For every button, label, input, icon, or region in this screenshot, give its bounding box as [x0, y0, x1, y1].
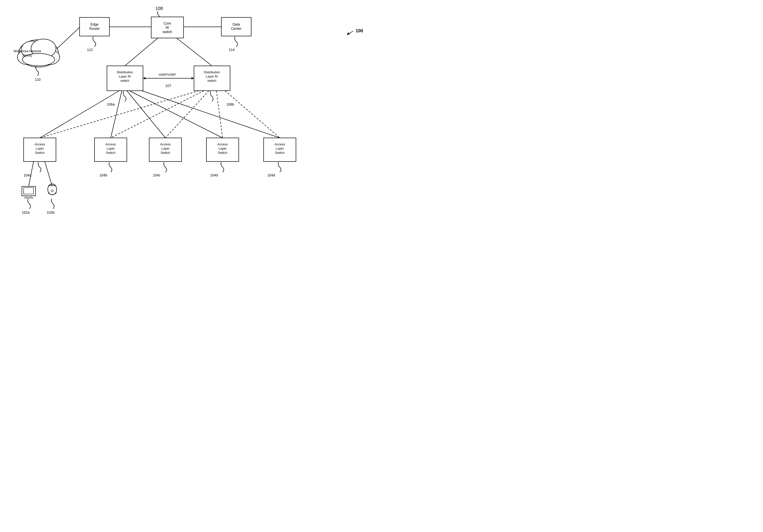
svg-rect-73 — [22, 186, 36, 196]
svg-point-7 — [40, 50, 60, 65]
svg-point-6 — [21, 41, 56, 66]
svg-line-66 — [40, 91, 199, 138]
svg-line-65 — [142, 91, 280, 138]
svg-text:104b: 104b — [99, 173, 107, 177]
svg-text:Switch: Switch — [275, 151, 284, 154]
svg-point-9 — [31, 39, 56, 58]
svg-text:Access: Access — [274, 142, 285, 146]
svg-text:switch: switch — [163, 30, 172, 34]
svg-text:Wide Area Network: Wide Area Network — [13, 49, 41, 53]
svg-text:104c: 104c — [153, 173, 161, 177]
svg-text:Layer R/: Layer R/ — [206, 74, 218, 78]
svg-text:Core: Core — [164, 21, 171, 25]
data-center-box — [221, 17, 251, 36]
svg-text:Access: Access — [160, 142, 170, 146]
svg-line-71 — [29, 161, 34, 186]
svg-text:108: 108 — [156, 6, 163, 11]
svg-point-78 — [48, 184, 57, 195]
svg-text:110: 110 — [35, 77, 41, 81]
access-switch-3-box — [149, 138, 181, 161]
svg-text:Switch: Switch — [161, 151, 170, 154]
svg-text:Layer: Layer — [107, 146, 115, 150]
svg-point-5 — [17, 50, 37, 65]
svg-text:104d: 104d — [210, 173, 218, 177]
svg-text:106a: 106a — [107, 102, 115, 106]
svg-point-8 — [21, 41, 44, 58]
svg-text:Router: Router — [89, 27, 100, 31]
access-switch-4-box — [206, 138, 239, 161]
svg-text:104d: 104d — [267, 173, 275, 177]
svg-text:Distribution: Distribution — [117, 70, 133, 74]
svg-text:(WAN): (WAN) — [23, 54, 32, 57]
svg-text:Center: Center — [231, 27, 242, 31]
svg-text:Layer R/: Layer R/ — [119, 74, 131, 78]
svg-text:Layer: Layer — [219, 146, 227, 150]
svg-point-4 — [19, 40, 58, 67]
svg-marker-32 — [191, 77, 194, 79]
svg-text:Switch: Switch — [218, 151, 227, 154]
svg-line-62 — [111, 91, 122, 138]
svg-text:114: 114 — [229, 48, 235, 52]
svg-text:106b: 106b — [226, 102, 234, 106]
svg-marker-33 — [143, 77, 146, 79]
svg-line-60 — [57, 27, 79, 48]
svg-text:102a: 102a — [22, 211, 30, 215]
access-switch-2-box — [94, 138, 127, 161]
access-switch-5-box — [264, 138, 296, 161]
svg-text:Layer: Layer — [276, 146, 284, 150]
svg-text:Layer: Layer — [36, 146, 44, 150]
svg-line-63 — [127, 91, 165, 138]
svg-text:Switch: Switch — [106, 151, 115, 154]
svg-text:HSRP/VSRP: HSRP/VSRP — [159, 73, 176, 76]
svg-line-67 — [111, 91, 204, 138]
network-diagram-svg: 108 100 Wide Area Network (WAN) 110 Edge… — [0, 0, 382, 266]
svg-point-79 — [51, 190, 53, 192]
svg-line-72 — [45, 161, 52, 186]
svg-rect-75 — [26, 196, 31, 197]
svg-text:104a: 104a — [24, 173, 31, 177]
svg-text:Access: Access — [35, 142, 45, 146]
svg-text:Access: Access — [217, 142, 228, 146]
access-switch-1-box — [24, 138, 56, 161]
svg-line-70 — [225, 91, 280, 138]
svg-text:102b: 102b — [47, 211, 54, 215]
svg-line-58 — [125, 38, 158, 66]
svg-text:Distribution: Distribution — [204, 70, 220, 74]
svg-text:Layer: Layer — [162, 146, 169, 150]
dist-left-box — [107, 66, 143, 91]
svg-text:Switch: Switch — [35, 151, 45, 154]
diagram-container: 108 100 Wide Area Network (WAN) 110 Edge… — [0, 0, 382, 266]
dist-right-box — [194, 66, 230, 91]
svg-line-61 — [40, 91, 119, 138]
svg-text:Edge: Edge — [90, 22, 99, 26]
svg-point-10 — [22, 53, 55, 66]
svg-line-69 — [216, 91, 223, 138]
svg-text:107: 107 — [165, 84, 171, 88]
core-switch-box — [151, 17, 183, 38]
svg-text:100: 100 — [356, 28, 363, 33]
svg-line-68 — [165, 91, 209, 138]
svg-rect-76 — [24, 197, 33, 198]
svg-text:Access: Access — [105, 142, 116, 146]
svg-text:Data: Data — [233, 22, 240, 26]
svg-rect-74 — [24, 188, 34, 194]
svg-marker-3 — [347, 32, 350, 35]
svg-line-64 — [129, 91, 223, 138]
svg-text:112: 112 — [87, 48, 93, 52]
edge-router-box — [79, 17, 109, 36]
svg-text:R/: R/ — [165, 26, 169, 30]
svg-text:switch: switch — [207, 79, 216, 82]
svg-line-2 — [347, 31, 353, 35]
svg-text:switch: switch — [120, 79, 129, 82]
svg-line-59 — [176, 38, 212, 66]
wan-cloud: Wide Area Network (WAN) 110 — [13, 39, 60, 81]
